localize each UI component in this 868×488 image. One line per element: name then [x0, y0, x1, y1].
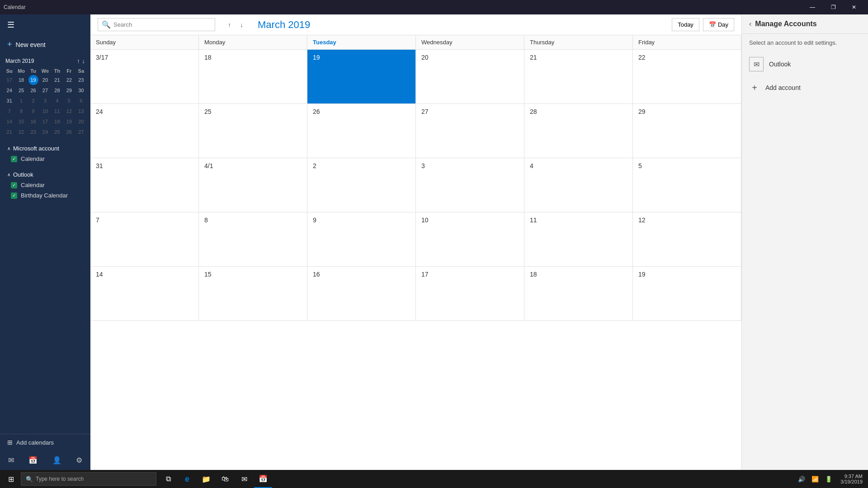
- calendar-cell[interactable]: 9: [307, 212, 416, 267]
- calendar-cell[interactable]: 16: [307, 267, 416, 321]
- mini-cal-day[interactable]: 15: [16, 117, 26, 127]
- mini-cal-day[interactable]: 17: [40, 117, 50, 127]
- calendar-cell[interactable]: 18: [524, 267, 633, 321]
- mini-cal-day[interactable]: 12: [64, 106, 74, 116]
- hamburger-button[interactable]: ☰: [0, 14, 90, 35]
- mini-cal-day[interactable]: 23: [76, 75, 86, 85]
- calendar-nav-icon[interactable]: 📅: [26, 453, 40, 467]
- mini-cal-day[interactable]: 29: [64, 85, 74, 95]
- mini-cal-day[interactable]: 18: [52, 117, 62, 127]
- outlook-calendar-checkbox[interactable]: [11, 182, 17, 188]
- mini-cal-day[interactable]: 2: [28, 96, 38, 106]
- mail-button[interactable]: ✉: [235, 470, 253, 488]
- mini-cal-day[interactable]: 16: [28, 117, 38, 127]
- calendar-cell[interactable]: 3/17: [90, 50, 199, 104]
- calendar-cell[interactable]: 4: [524, 158, 633, 212]
- settings-nav-icon[interactable]: ⚙: [73, 453, 85, 467]
- mini-cal-day[interactable]: 23: [28, 127, 38, 137]
- outlook-account-item[interactable]: ✉ Outlook: [742, 52, 868, 77]
- birthday-calendar-item[interactable]: Birthday Calendar: [4, 190, 87, 201]
- clock[interactable]: 9:37 AM 3/19/2019: [837, 474, 866, 484]
- mini-cal-next[interactable]: ↓: [82, 57, 85, 65]
- mini-cal-day[interactable]: 13: [76, 106, 86, 116]
- mini-cal-day[interactable]: 4: [52, 96, 62, 106]
- outlook-calendar-item[interactable]: Calendar: [4, 180, 87, 190]
- calendar-cell[interactable]: 24: [90, 104, 199, 158]
- battery-icon[interactable]: 🔋: [822, 472, 835, 486]
- calendar-cell[interactable]: 22: [633, 50, 741, 104]
- calendar-cell[interactable]: 19: [633, 267, 741, 321]
- calendar-cell[interactable]: 11: [524, 212, 633, 267]
- mini-cal-day[interactable]: 30: [76, 85, 86, 95]
- mini-cal-day[interactable]: 26: [64, 127, 74, 137]
- nav-down-button[interactable]: ↓: [236, 19, 247, 30]
- mini-cal-day[interactable]: 25: [16, 85, 26, 95]
- mini-cal-day[interactable]: 26: [28, 85, 38, 95]
- outlook-header[interactable]: ∧ Outlook: [4, 169, 87, 180]
- calendar-cell[interactable]: 3: [416, 158, 524, 212]
- calendar-cell[interactable]: 5: [633, 158, 741, 212]
- calendar-cell-today[interactable]: 19: [307, 50, 416, 104]
- network-icon[interactable]: 📶: [809, 472, 821, 486]
- taskbar-search-box[interactable]: 🔍 Type here to search: [21, 472, 156, 486]
- mini-cal-day[interactable]: 21: [52, 75, 62, 85]
- calendar-cell[interactable]: 17: [416, 267, 524, 321]
- mini-cal-day[interactable]: 9: [28, 106, 38, 116]
- calendar-cell[interactable]: 15: [199, 267, 307, 321]
- calendar-cell[interactable]: 7: [90, 212, 199, 267]
- calendar-cell[interactable]: 12: [633, 212, 741, 267]
- close-button[interactable]: ✕: [844, 0, 864, 14]
- store-button[interactable]: 🛍: [216, 470, 234, 488]
- mini-cal-day-today[interactable]: 19: [28, 75, 38, 85]
- mini-cal-day[interactable]: 8: [16, 106, 26, 116]
- minimize-button[interactable]: —: [802, 0, 823, 14]
- calendar-cell[interactable]: 26: [307, 104, 416, 158]
- back-button[interactable]: ‹: [749, 20, 751, 28]
- mini-cal-prev[interactable]: ↑: [77, 57, 80, 65]
- people-nav-icon[interactable]: 👤: [50, 453, 64, 467]
- microsoft-account-header[interactable]: ∧ Microsoft account: [4, 143, 87, 154]
- mail-nav-icon[interactable]: ✉: [5, 453, 17, 467]
- calendar-cell[interactable]: 18: [199, 50, 307, 104]
- mini-cal-day[interactable]: 1: [16, 96, 26, 106]
- add-calendars-button[interactable]: ⊞ Add calendars: [0, 434, 90, 450]
- calendar-cell[interactable]: 20: [416, 50, 524, 104]
- add-account-button[interactable]: + Add account: [742, 77, 868, 99]
- calendar-cell[interactable]: 14: [90, 267, 199, 321]
- calendar-checkbox[interactable]: [11, 156, 17, 162]
- volume-icon[interactable]: 🔊: [795, 472, 808, 486]
- mini-cal-day[interactable]: 3: [40, 96, 50, 106]
- calendar-cell[interactable]: 31: [90, 158, 199, 212]
- calendar-cell[interactable]: 28: [524, 104, 633, 158]
- calendar-button[interactable]: 📅: [254, 470, 272, 488]
- start-button[interactable]: ⊞: [2, 470, 20, 488]
- task-view-button[interactable]: ⧉: [159, 470, 177, 488]
- mini-cal-day[interactable]: 11: [52, 106, 62, 116]
- mini-cal-day[interactable]: 24: [40, 127, 50, 137]
- mini-cal-day[interactable]: 7: [5, 106, 14, 116]
- mini-cal-day[interactable]: 25: [52, 127, 62, 137]
- search-input[interactable]: [113, 21, 211, 28]
- birthday-calendar-checkbox[interactable]: [11, 192, 17, 199]
- mini-cal-day[interactable]: 18: [16, 75, 26, 85]
- new-event-button[interactable]: + New event: [0, 35, 90, 54]
- day-button[interactable]: 📅 Day: [703, 18, 734, 31]
- mini-cal-day[interactable]: 6: [76, 96, 86, 106]
- mini-cal-day[interactable]: 27: [40, 85, 50, 95]
- mini-cal-day[interactable]: 19: [64, 117, 74, 127]
- calendar-cell[interactable]: 2: [307, 158, 416, 212]
- calendar-cell[interactable]: 8: [199, 212, 307, 267]
- mini-cal-day[interactable]: 24: [5, 85, 14, 95]
- mini-cal-day[interactable]: 28: [52, 85, 62, 95]
- mini-cal-day[interactable]: 17: [5, 75, 14, 85]
- mini-cal-day[interactable]: 21: [5, 127, 14, 137]
- restore-button[interactable]: ❐: [823, 0, 844, 14]
- calendar-cell[interactable]: 25: [199, 104, 307, 158]
- edge-button[interactable]: e: [178, 470, 196, 488]
- mini-cal-day[interactable]: 22: [64, 75, 74, 85]
- microsoft-calendar-item[interactable]: Calendar: [4, 154, 87, 164]
- calendar-cell[interactable]: 21: [524, 50, 633, 104]
- mini-cal-day[interactable]: 31: [5, 96, 14, 106]
- calendar-cell[interactable]: 10: [416, 212, 524, 267]
- mini-cal-day[interactable]: 5: [64, 96, 74, 106]
